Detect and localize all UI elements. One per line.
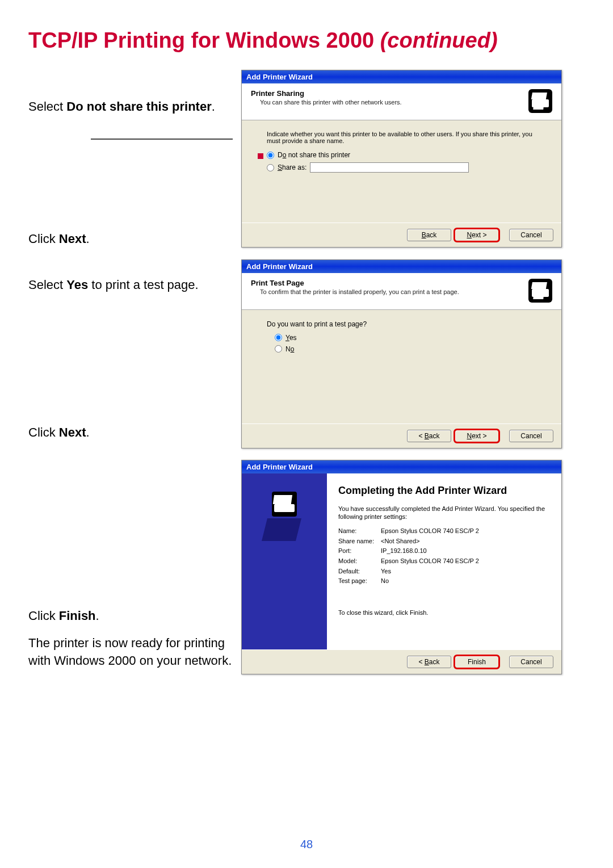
wizard-completing: Add Printer Wizard Completing the Add Pr… [241, 460, 562, 674]
instruction-click-finish: Click Finish. [28, 607, 233, 625]
radio-no[interactable] [275, 345, 282, 353]
highlight-marker [258, 153, 263, 159]
test-page-question: Do you want to print a test page? [267, 320, 545, 328]
radio-do-not-share-label: Do not share this printer [278, 151, 350, 159]
radio-do-not-share[interactable] [267, 152, 274, 159]
title-continued: (continued) [380, 28, 498, 52]
instruction-click-next-1: Click Next. [28, 230, 233, 248]
radio-yes[interactable] [275, 334, 282, 341]
radio-yes-label: Yes [285, 334, 297, 342]
back-button[interactable]: Back [407, 229, 451, 241]
radio-share-as[interactable] [267, 164, 274, 171]
wizard-body: Indicate whether you want this printer t… [242, 120, 561, 223]
back-button[interactable]: < Back [407, 656, 451, 668]
svg-rect-8 [274, 504, 295, 512]
completing-description: You have successfully completed the Add … [338, 505, 550, 521]
wizard-body: Do you want to print a test page? Yes No [242, 310, 561, 423]
radio-share-as-label: Share as: [278, 163, 306, 171]
instruction-select-do-not-share: Select Do not share this printer. [28, 98, 233, 116]
wizard-subheading: You can share this printer with other ne… [260, 99, 528, 106]
completing-heading: Completing the Add Printer Wizard [338, 485, 550, 497]
next-button[interactable]: Next > [455, 229, 499, 241]
share-name-input[interactable] [310, 162, 469, 173]
svg-rect-7 [273, 495, 292, 504]
svg-rect-5 [533, 293, 544, 299]
page-number: 48 [300, 838, 313, 851]
instruction-click-next-2: Click Next. [28, 424, 233, 442]
radio-no-label: No [285, 345, 294, 353]
next-button[interactable]: Next > [455, 430, 499, 442]
wizard-titlebar: Add Printer Wizard [242, 70, 561, 83]
wizard-printer-sharing: Add Printer Wizard Printer Sharing You c… [241, 70, 562, 248]
printer-icon [528, 279, 552, 303]
instruction-select-yes: Select Yes to print a test page. [28, 276, 233, 294]
wizard-heading: Printer Sharing [251, 89, 528, 98]
wizard-titlebar: Add Printer Wizard [242, 460, 561, 473]
wizard-titlebar: Add Printer Wizard [242, 260, 561, 273]
wizard-subheading: To confirm that the printer is installed… [260, 288, 528, 295]
svg-marker-9 [262, 518, 301, 541]
cancel-button[interactable]: Cancel [509, 229, 553, 241]
svg-rect-0 [531, 93, 547, 99]
finish-button[interactable]: Finish [455, 656, 499, 668]
cancel-button[interactable]: Cancel [509, 430, 553, 442]
svg-rect-3 [531, 282, 547, 289]
close-instruction: To close this wizard, click Finish. [338, 609, 550, 616]
callout-line [91, 139, 233, 140]
settings-summary: Name:Epson Stylus COLOR 740 ESC/P 2 Shar… [338, 526, 550, 586]
wizard-description: Indicate whether you want this printer t… [267, 131, 545, 144]
svg-rect-2 [533, 104, 544, 110]
page-title: TCP/IP Printing for Windows 2000 (contin… [28, 28, 585, 53]
wizard-header: Printer Sharing You can share this print… [242, 83, 561, 120]
title-main: TCP/IP Printing for Windows 2000 [28, 28, 380, 52]
wizard-side-graphic [242, 473, 327, 649]
back-button[interactable]: < Back [407, 430, 451, 442]
cancel-button[interactable]: Cancel [509, 656, 553, 668]
wizard-header: Print Test Page To confirm that the prin… [242, 273, 561, 310]
wizard-heading: Print Test Page [251, 279, 528, 287]
instruction-ready: The printer is now ready for printing wi… [28, 635, 233, 670]
wizard-print-test-page: Add Printer Wizard Print Test Page To co… [241, 259, 562, 448]
printer-icon [528, 89, 552, 113]
